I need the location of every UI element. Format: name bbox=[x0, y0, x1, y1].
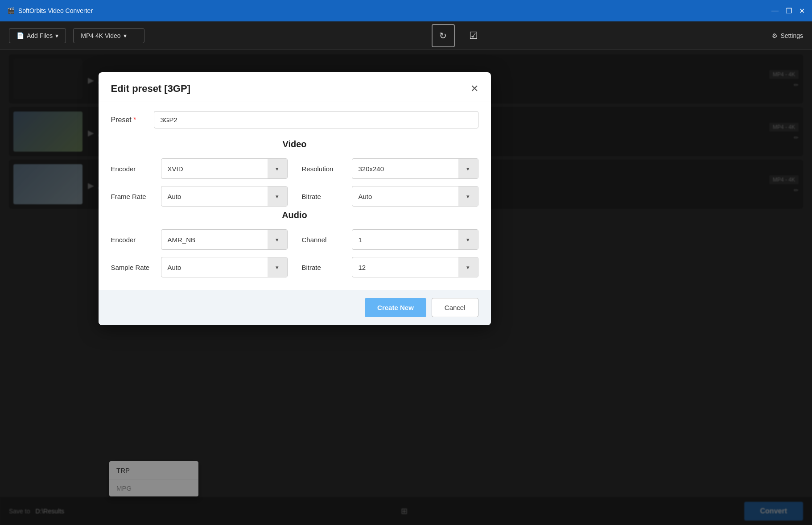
cancel-button[interactable]: Cancel bbox=[432, 298, 478, 317]
title-bar-controls: — ❐ ✕ bbox=[771, 7, 805, 15]
dialog-body: Preset * Video Encoder XVID ▾ Re bbox=[99, 102, 491, 290]
frame-rate-label: Frame Rate bbox=[111, 193, 156, 200]
video-section-title: Video bbox=[111, 139, 478, 149]
channel-label: Channel bbox=[302, 236, 346, 244]
audio-encoder-arrow[interactable]: ▾ bbox=[268, 230, 287, 249]
video-encoder-label: Encoder bbox=[111, 165, 156, 173]
audio-form-grid: Encoder AMR_NB ▾ Channel 1 ▾ Sampl bbox=[111, 229, 478, 277]
audio-bitrate-select[interactable]: 12 ▾ bbox=[352, 257, 478, 277]
format-label: MP4 4K Video bbox=[81, 32, 120, 39]
channel-value: 1 bbox=[352, 231, 458, 248]
audio-encoder-label: Encoder bbox=[111, 236, 156, 244]
resolution-group: Resolution 320x240 ▾ bbox=[302, 158, 478, 179]
audio-bitrate-label: Bitrate bbox=[302, 264, 346, 271]
minimize-button[interactable]: — bbox=[771, 7, 779, 15]
preset-name-input[interactable] bbox=[154, 111, 478, 128]
frame-rate-select[interactable]: Auto ▾ bbox=[161, 186, 288, 207]
dialog-header: Edit preset [3GP] ✕ bbox=[99, 72, 491, 102]
video-encoder-group: Encoder XVID ▾ bbox=[111, 158, 288, 179]
add-files-label: Add Files bbox=[27, 32, 53, 39]
format-arrow: ▾ bbox=[124, 32, 127, 39]
maximize-button[interactable]: ❐ bbox=[786, 7, 792, 15]
audio-section-title: Audio bbox=[111, 210, 478, 220]
dialog-title: Edit preset [3GP] bbox=[111, 83, 190, 95]
required-star: * bbox=[133, 116, 136, 124]
video-encoder-value: XVID bbox=[161, 161, 268, 177]
title-bar-left: 🎬 SoftOrbits Video Converter bbox=[7, 7, 93, 14]
audio-bitrate-value: 12 bbox=[352, 259, 458, 276]
sample-rate-value: Auto bbox=[161, 259, 268, 276]
main-content: ▶ 🔊 ⛶ MP4 - 4K ✏ ▶ 🔊 ⛶ MP4 - 4K bbox=[0, 50, 812, 525]
dialog-close-button[interactable]: ✕ bbox=[470, 84, 478, 94]
sample-rate-label: Sample Rate bbox=[111, 264, 156, 271]
video-encoder-select[interactable]: XVID ▾ bbox=[161, 158, 288, 179]
channel-group: Channel 1 ▾ bbox=[302, 229, 478, 250]
resolution-select[interactable]: 320x240 ▾ bbox=[352, 158, 478, 179]
title-bar: 🎬 SoftOrbits Video Converter — ❐ ✕ bbox=[0, 0, 812, 21]
audio-encoder-select[interactable]: AMR_NB ▾ bbox=[161, 229, 288, 250]
video-bitrate-label: Bitrate bbox=[302, 193, 346, 200]
settings-label: Settings bbox=[780, 32, 803, 39]
resolution-arrow[interactable]: ▾ bbox=[458, 159, 478, 178]
dialog-footer: Create New Cancel bbox=[99, 290, 491, 325]
video-bitrate-value: Auto bbox=[352, 188, 458, 205]
channel-arrow[interactable]: ▾ bbox=[458, 230, 478, 249]
audio-bitrate-group: Bitrate 12 ▾ bbox=[302, 257, 478, 277]
frame-rate-value: Auto bbox=[161, 188, 268, 205]
sample-rate-select[interactable]: Auto ▾ bbox=[161, 257, 288, 277]
preset-row: Preset * bbox=[111, 111, 478, 128]
toolbar: 📄 Add Files ▾ MP4 4K Video ▾ ↻ ☑ ⚙ Setti… bbox=[0, 21, 812, 50]
preset-label: Preset * bbox=[111, 116, 147, 124]
audio-bitrate-arrow[interactable]: ▾ bbox=[458, 257, 478, 277]
video-bitrate-arrow[interactable]: ▾ bbox=[458, 186, 478, 206]
close-button[interactable]: ✕ bbox=[799, 7, 805, 15]
video-encoder-arrow[interactable]: ▾ bbox=[268, 159, 287, 178]
sample-rate-arrow[interactable]: ▾ bbox=[268, 257, 287, 277]
settings-button[interactable]: ⚙ Settings bbox=[772, 32, 803, 39]
add-files-button[interactable]: 📄 Add Files ▾ bbox=[9, 28, 66, 43]
app-icon: 🎬 bbox=[7, 7, 15, 14]
add-files-icon: 📄 bbox=[16, 32, 24, 39]
create-new-button[interactable]: Create New bbox=[365, 298, 426, 317]
edit-preset-dialog: Edit preset [3GP] ✕ Preset * Video Encod… bbox=[99, 72, 491, 325]
add-files-arrow: ▾ bbox=[55, 32, 58, 39]
app-title: SoftOrbits Video Converter bbox=[18, 7, 93, 14]
frame-rate-group: Frame Rate Auto ▾ bbox=[111, 186, 288, 207]
video-bitrate-group: Bitrate Auto ▾ bbox=[302, 186, 478, 207]
refresh-icon: ↻ bbox=[439, 30, 447, 41]
check-icon: ☑ bbox=[469, 30, 478, 41]
format-selector-button[interactable]: MP4 4K Video ▾ bbox=[73, 28, 144, 43]
resolution-label: Resolution bbox=[302, 165, 346, 173]
audio-encoder-group: Encoder AMR_NB ▾ bbox=[111, 229, 288, 250]
sample-rate-group: Sample Rate Auto ▾ bbox=[111, 257, 288, 277]
video-form-grid: Encoder XVID ▾ Resolution 320x240 ▾ bbox=[111, 158, 478, 207]
video-bitrate-select[interactable]: Auto ▾ bbox=[352, 186, 478, 207]
channel-select[interactable]: 1 ▾ bbox=[352, 229, 478, 250]
frame-rate-arrow[interactable]: ▾ bbox=[268, 186, 287, 206]
gear-icon: ⚙ bbox=[772, 32, 778, 39]
audio-encoder-value: AMR_NB bbox=[161, 231, 268, 248]
refresh-button[interactable]: ↻ bbox=[432, 24, 455, 47]
check-button[interactable]: ☑ bbox=[462, 24, 485, 47]
resolution-value: 320x240 bbox=[352, 161, 458, 177]
